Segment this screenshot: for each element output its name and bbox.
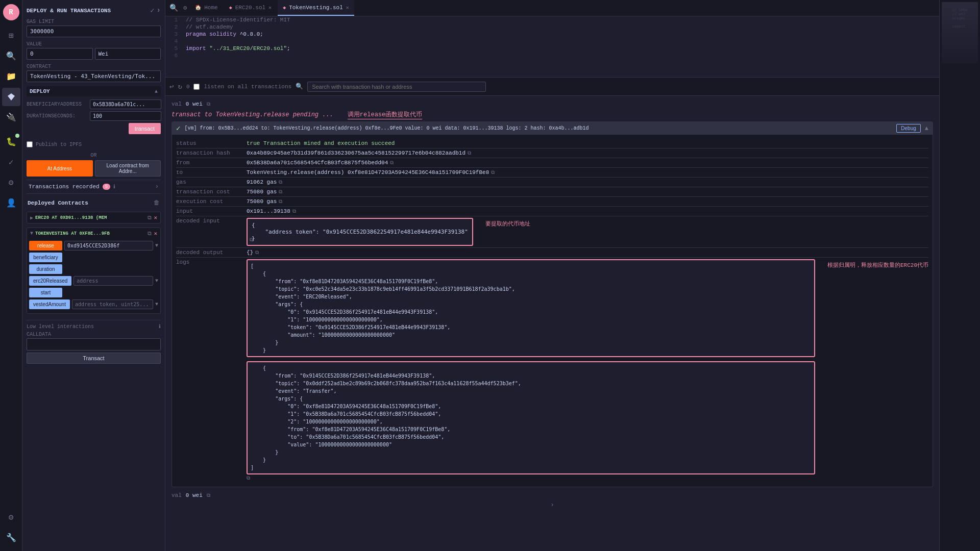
logs-annotation: 根据归属明，释放相应数量的ERC20代币 (827, 261, 928, 269)
sidebar: R ⊞ 🔍 📁 🔌 🐛 ✓ ⚙ 👤 ⚙ 🔧 (0, 0, 22, 551)
tx-gas-copy-icon[interactable]: ⧉ (279, 180, 282, 185)
vestedamount-button[interactable]: vestedAmount (29, 299, 70, 309)
load-contract-button[interactable]: Load contract from Addre... (95, 160, 161, 177)
tx-to-row: to TokenVesting.release(address) 0xf8e81… (176, 168, 928, 178)
val-label-1: val (172, 101, 182, 107)
beneficiary-button[interactable]: beneficiary (29, 253, 62, 262)
delete-icon[interactable]: 🗑 (154, 199, 160, 207)
sidebar-files-icon[interactable]: 📁 (2, 67, 20, 86)
tx-to-label: to (176, 169, 242, 176)
decoded-input-copy-icon[interactable]: ⧉ (250, 237, 253, 243)
sidebar-deploy-icon[interactable] (2, 88, 20, 106)
tx-search-input[interactable] (307, 82, 486, 92)
tx-execcost-copy-icon[interactable]: ⧉ (279, 199, 282, 205)
code-line-5: 5 import "../31_ERC20/ERC20.sol"; (165, 45, 939, 52)
start-button[interactable]: start (29, 288, 62, 297)
tx-decoded-output-row: decoded output {} ⧉ (176, 248, 928, 258)
release-button[interactable]: release (29, 241, 62, 251)
tokenvesting-toggle-icon: ▼ (30, 231, 33, 236)
beneficiary-input[interactable] (90, 99, 161, 109)
gas-limit-input[interactable] (27, 26, 161, 37)
tokenvesting-copy-icon[interactable]: ⧉ (148, 231, 152, 237)
tx-listen-label: listen on all transactions (204, 84, 291, 90)
erc20-contract-header[interactable]: ▶ ERC20 AT 0XD91...9138 (MEM ⧉ ✕ (27, 212, 160, 223)
val-copy-icon[interactable]: ⧉ (207, 102, 210, 107)
check-icon[interactable]: ✓ (150, 6, 154, 15)
tx-from-copy-icon[interactable]: ⧉ (390, 160, 394, 166)
tx-from-row: from 0x5B38Da6a701c5685454CfcB03fcB875f5… (176, 158, 928, 168)
code-line-6: 6 (165, 52, 939, 59)
low-level-section: Low level interactions ℹ CALLDATA Transa… (27, 320, 161, 364)
logs-box: [ { "from": "0xf8e81D47203A594245E36C48a… (247, 259, 815, 357)
val2-copy-icon[interactable]: ⧉ (207, 493, 210, 498)
tab-home[interactable]: 🏠 Home (190, 0, 223, 16)
sidebar-debug-icon[interactable]: 🐛 (2, 133, 20, 151)
erc20-close-icon[interactable]: ✕ (154, 214, 157, 221)
at-address-button[interactable]: At Address (27, 160, 93, 177)
tx-decoded-output-copy-icon[interactable]: ⧉ (255, 250, 259, 256)
tab-search-icon[interactable]: 🔍 (167, 4, 180, 12)
erc20released-dropdown-icon[interactable]: ▼ (155, 278, 158, 284)
deployed-contracts-header: Deployed Contracts 🗑 (27, 197, 161, 209)
value-row: Wei Gwei Ether (27, 48, 161, 60)
tx-toolbar-back-icon[interactable]: ↩ (169, 82, 174, 91)
tx-to-copy-icon[interactable]: ⧉ (491, 170, 495, 176)
contract-select[interactable]: TokenVesting - 43_TokenVesting/Tok... (27, 70, 161, 82)
release-input[interactable] (64, 241, 153, 251)
tx-collapse-icon[interactable]: ▲ (925, 125, 928, 132)
deploy-section-header[interactable]: DEPLOY ▲ (27, 86, 161, 96)
low-level-info-icon: ℹ (159, 323, 161, 330)
logs-copy-icon[interactable]: ⧉ (247, 475, 250, 481)
erc20-tab-close-icon[interactable]: ✕ (268, 5, 272, 11)
right-mini-panel: // SPDX // wtf pragma... import... (939, 0, 980, 551)
sidebar-search-icon[interactable]: 🔍 (2, 47, 20, 65)
tx-from-value: 0x5B38Da6a701c5685454CfcB03fcB875f56bedd… (247, 160, 928, 166)
calldata-input[interactable] (27, 338, 161, 350)
value-unit-select[interactable]: Wei Gwei Ether (95, 48, 161, 60)
debug-button[interactable]: Debug (896, 124, 920, 133)
tx-input-copy-icon[interactable]: ⧉ (292, 209, 296, 214)
method-start-row: start (29, 288, 158, 297)
sidebar-bottom-tools-icon[interactable]: 🔧 (2, 529, 20, 547)
tab-tokenvesting[interactable]: ◆ TokenVesting.sol ✕ (278, 0, 354, 16)
publish-ipfs-checkbox[interactable] (27, 141, 33, 147)
duration-input[interactable] (90, 111, 161, 121)
sidebar-bottom-settings-icon[interactable]: ⚙ (2, 508, 20, 527)
tx-status-value: true Transaction mined and execution suc… (247, 140, 928, 146)
release-dropdown-icon[interactable]: ▼ (155, 243, 158, 248)
tx-hash-copy-icon[interactable]: ⧉ (468, 151, 471, 156)
sidebar-home-icon[interactable]: ⊞ (2, 27, 20, 45)
sidebar-plugin-icon[interactable]: 🔌 (2, 108, 20, 127)
transactions-header[interactable]: Transactions recorded 5 ℹ › (27, 180, 161, 193)
transactions-expand-icon[interactable]: › (155, 183, 159, 190)
tokenvesting-contract-header[interactable]: ▼ TOKENVESTING AT 0XF8E...9FB ⧉ ✕ (27, 228, 160, 239)
erc20released-button[interactable]: erc20Released (29, 276, 71, 286)
tab-nav-icon[interactable]: ⚙ (181, 4, 189, 12)
tx-listen-checkbox[interactable] (193, 84, 200, 90)
tab-erc20[interactable]: ◆ ERC20.sol ✕ (224, 0, 277, 16)
expand-icon[interactable]: › (157, 6, 161, 15)
tokenvesting-close-icon[interactable]: ✕ (154, 230, 157, 237)
tx-search-icon[interactable]: 🔍 (296, 83, 303, 90)
low-level-transact-button[interactable]: Transact (27, 353, 161, 364)
transact-button[interactable]: transact (129, 123, 161, 134)
mini-preview: // SPDX // wtf pragma... import... (942, 2, 978, 63)
sidebar-test-icon[interactable]: ✓ (2, 153, 20, 171)
vestedamount-select[interactable]: address token, uint25... (72, 299, 153, 309)
value-input[interactable] (27, 48, 93, 60)
tx-input-value: 0x191...39138 ⧉ (247, 208, 928, 214)
tx-block: ✓ [vm] from: 0x5B3...edd24 to: TokenVest… (172, 121, 933, 487)
tokenvesting-tab-label: TokenVesting.sol (289, 5, 343, 11)
tx-toolbar-refresh-icon[interactable]: ↻ (178, 82, 182, 91)
sidebar-user-icon[interactable]: 👤 (2, 194, 20, 212)
erc20released-select[interactable]: address (74, 276, 153, 286)
vestedamount-dropdown-icon[interactable]: ▼ (155, 302, 158, 307)
tokenvesting-tab-close-icon[interactable]: ✕ (346, 5, 349, 11)
erc20-tab-icon: ◆ (229, 5, 232, 11)
scroll-down-arrow[interactable]: › (172, 499, 933, 511)
erc20-copy-icon[interactable]: ⧉ (148, 215, 152, 221)
sidebar-settings-icon[interactable]: ⚙ (2, 173, 20, 192)
home-tab-label: Home (204, 5, 217, 11)
duration-button[interactable]: duration (29, 264, 62, 274)
tx-txcost-copy-icon[interactable]: ⧉ (279, 189, 282, 195)
